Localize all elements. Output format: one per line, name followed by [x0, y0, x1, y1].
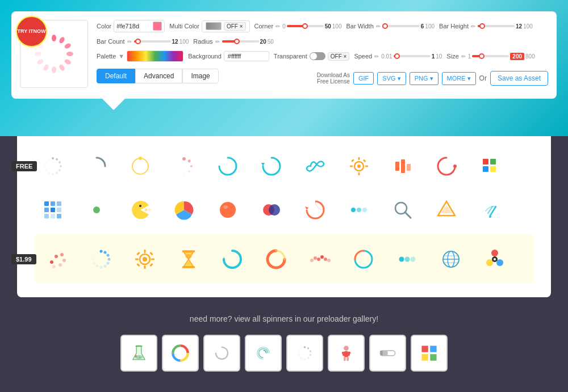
svg-point-110: [320, 255, 324, 259]
svg-point-9: [35, 52, 41, 56]
spinner-item-16[interactable]: [209, 191, 246, 228]
svg-rect-127: [135, 345, 142, 347]
tab-image[interactable]: Image: [182, 69, 218, 83]
spinner-item-2[interactable]: [78, 147, 115, 184]
spinner-item-5[interactable]: [209, 147, 246, 184]
bar-count-edit-icon[interactable]: ✏: [127, 39, 132, 45]
svg-point-85: [107, 258, 110, 260]
thumbnail-3[interactable]: [203, 335, 240, 372]
speed-label: Speed: [354, 53, 372, 60]
spinner-item-11[interactable]: [471, 147, 508, 184]
svg-point-68: [351, 208, 356, 212]
spinner-item-paid-8[interactable]: [345, 241, 382, 277]
bar-width-edit-icon[interactable]: ✏: [376, 23, 381, 29]
speed-edit-icon[interactable]: ✏: [374, 53, 379, 60]
spinner-item-paid-6[interactable]: [257, 241, 294, 277]
paid-row: $1.99: [34, 235, 534, 283]
download-label2: Free License: [317, 78, 350, 85]
btn-gif[interactable]: GIF: [353, 72, 374, 85]
spinner-item-paid-10[interactable]: [432, 241, 469, 277]
svg-point-32: [176, 166, 177, 167]
spinner-item-14[interactable]: [122, 191, 158, 228]
svg-rect-38: [358, 172, 360, 175]
bar-count-slider[interactable]: [134, 37, 171, 46]
corner-edit-icon[interactable]: ✏: [275, 23, 280, 29]
corner-min: 0: [282, 23, 286, 29]
svg-rect-40: [365, 165, 368, 167]
spinner-item-paid-7[interactable]: [301, 241, 338, 277]
svg-point-18: [52, 173, 54, 175]
spinner-item-paid-1[interactable]: [39, 241, 76, 277]
spinner-item-paid-2[interactable]: [82, 241, 119, 277]
spinner-item-20[interactable]: [384, 191, 421, 228]
palette-expand-icon[interactable]: ▼: [118, 53, 124, 60]
btn-save-asset[interactable]: Save as Asset: [490, 71, 548, 86]
size-slider[interactable]: [472, 52, 509, 61]
btn-more[interactable]: MORE ▾: [442, 72, 476, 85]
tab-default[interactable]: Default: [97, 69, 135, 83]
thumbnail-1[interactable]: [120, 335, 157, 372]
speed-group: Speed ✏ 0.01 1 10: [354, 52, 442, 61]
spinner-item-paid-5[interactable]: [214, 241, 250, 277]
spinner-item-1[interactable]: [34, 147, 71, 184]
color-input-wrapper[interactable]: [114, 20, 165, 32]
color-value-input[interactable]: [116, 23, 151, 29]
spinner-item-6[interactable]: [253, 147, 290, 184]
multi-color-off[interactable]: OFF ×: [224, 22, 246, 31]
spinner-item-7[interactable]: [296, 147, 333, 184]
tab-advanced[interactable]: Advanced: [135, 69, 182, 83]
svg-point-69: [357, 208, 361, 212]
spinner-item-paid-11[interactable]: [476, 241, 513, 277]
transparent-toggle[interactable]: OFF ×: [310, 52, 350, 61]
bar-width-slider[interactable]: [383, 22, 420, 31]
transparent-group: Transparent OFF ×: [274, 52, 350, 61]
spinner-item-9[interactable]: [384, 147, 421, 184]
color-swatch[interactable]: [153, 22, 162, 31]
svg-point-133: [309, 350, 311, 352]
spinner-item-22[interactable]: [471, 191, 508, 228]
thumbnail-7[interactable]: [369, 335, 406, 372]
corner-slider[interactable]: [287, 22, 324, 31]
background-input[interactable]: [224, 51, 269, 61]
speed-slider[interactable]: [394, 52, 431, 61]
spinner-item-19[interactable]: [340, 191, 377, 228]
thumbnail-8[interactable]: [411, 335, 448, 372]
svg-point-22: [44, 161, 47, 163]
spinner-item-12[interactable]: [34, 191, 71, 228]
thumbnail-5[interactable]: [286, 335, 323, 372]
radius-edit-icon[interactable]: ✏: [215, 39, 220, 45]
svg-rect-103: [149, 263, 153, 266]
btn-png[interactable]: PNG ▾: [410, 72, 438, 85]
bar-height-edit-icon[interactable]: ✏: [471, 23, 475, 29]
spinner-item-paid-4[interactable]: [170, 241, 207, 277]
svg-rect-154: [430, 354, 436, 360]
thumbnail-4[interactable]: [245, 335, 282, 372]
transparent-off[interactable]: OFF ×: [328, 52, 350, 61]
bar-height-max: 100: [523, 23, 533, 29]
spinner-item-paid-9[interactable]: [389, 241, 425, 277]
spinner-item-3[interactable]: [122, 147, 158, 184]
spinner-item-8[interactable]: [340, 147, 377, 184]
palette-strip[interactable]: [127, 50, 183, 62]
spinner-item-18[interactable]: [296, 191, 333, 228]
bar-height-slider[interactable]: [478, 22, 515, 31]
svg-rect-47: [483, 159, 488, 165]
spinner-item-17[interactable]: [253, 191, 290, 228]
spinner-item-13[interactable]: [78, 191, 115, 228]
paid-badge: $1.99: [11, 254, 36, 264]
spinner-item-10[interactable]: [428, 147, 465, 184]
spinner-item-15[interactable]: [165, 191, 202, 228]
spinner-item-paid-3[interactable]: [126, 241, 163, 277]
svg-rect-104: [182, 251, 195, 252]
radius-slider[interactable]: [222, 37, 259, 46]
thumbnail-6[interactable]: [328, 335, 365, 372]
multi-color-box[interactable]: OFF ×: [202, 20, 250, 32]
size-edit-icon[interactable]: ✏: [461, 53, 466, 60]
spinner-item-21[interactable]: [428, 191, 465, 228]
spinner-item-4[interactable]: [165, 147, 202, 184]
thumbnail-2[interactable]: [162, 335, 199, 372]
svg-rect-49: [483, 166, 488, 172]
btn-svg[interactable]: SVG ▾: [377, 72, 406, 85]
svg-point-14: [58, 161, 61, 163]
svg-point-0: [52, 35, 56, 41]
